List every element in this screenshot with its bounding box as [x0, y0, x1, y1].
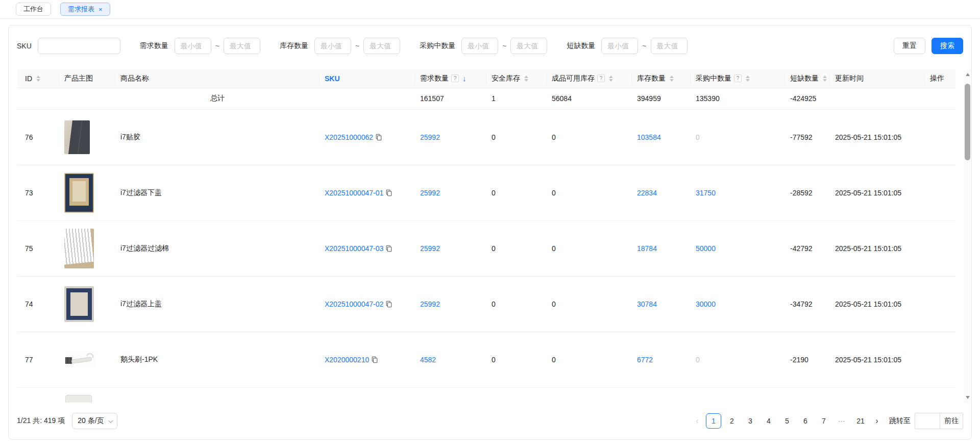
triangle-up-icon — [966, 73, 970, 76]
sort-desc-icon[interactable]: ↓ — [462, 74, 467, 83]
page-button-5[interactable]: 5 — [779, 413, 795, 429]
demand-qty-link[interactable]: 25992 — [420, 189, 440, 197]
purchasing-qty-max-input[interactable] — [510, 38, 547, 54]
stock-qty-link[interactable]: 30784 — [637, 300, 657, 308]
product-image[interactable] — [64, 352, 96, 367]
col-id[interactable]: ID — [17, 69, 59, 88]
product-image[interactable] — [64, 173, 94, 213]
col-finished-available[interactable]: 成品可用库存 ? — [547, 69, 632, 88]
stock-qty-link[interactable]: 103584 — [637, 133, 661, 141]
sort-icon[interactable] — [36, 76, 40, 82]
sort-icon[interactable] — [670, 76, 674, 82]
shortage-qty-label: 短缺数量 — [567, 41, 595, 51]
demand-qty-link[interactable]: 25992 — [420, 133, 440, 141]
copy-icon[interactable] — [385, 245, 393, 252]
table-row: 76 i7贴胶 X20251000062 25992 0 0 103584 0 … — [17, 109, 955, 165]
reset-button[interactable]: 重置 — [894, 38, 925, 54]
page-button-4[interactable]: 4 — [761, 413, 776, 429]
sku-link[interactable]: X20251000047-02 — [325, 300, 393, 308]
page-button-3[interactable]: 3 — [743, 413, 758, 429]
sort-icon[interactable] — [823, 76, 827, 82]
demand-qty-link[interactable]: 25992 — [420, 244, 440, 253]
col-product-image: 产品主图 — [59, 69, 115, 88]
purchasing-qty-link[interactable]: 50000 — [696, 244, 716, 253]
cell-product-name: i7过滤器上盖 — [115, 276, 320, 332]
copy-icon[interactable] — [385, 301, 393, 308]
filter-bar: SKU 需求数量 ~ 库存数量 ~ 采购中数量 ~ 短缺数量 ~ — [9, 26, 971, 69]
cell-shortage-qty: -28592 — [785, 165, 830, 220]
purchasing-qty-min-input[interactable] — [461, 38, 498, 54]
next-page-button[interactable]: › — [870, 413, 884, 429]
sku-link[interactable]: X20251000062 — [325, 133, 382, 141]
demand-qty-min-input[interactable] — [175, 38, 211, 54]
sort-icon[interactable] — [746, 76, 750, 82]
search-button[interactable]: 搜索 — [932, 38, 963, 54]
stock-qty-link[interactable]: 6772 — [637, 356, 653, 364]
stock-qty-min-input[interactable] — [314, 38, 351, 54]
close-icon[interactable]: × — [99, 6, 103, 13]
page-button-21[interactable]: 21 — [853, 413, 868, 429]
cell-product-name: 鹅头刷-1PK — [115, 332, 320, 387]
copy-icon[interactable] — [375, 134, 382, 141]
jump-input-group: 前往 — [915, 413, 963, 429]
help-icon[interactable]: ? — [597, 74, 605, 82]
tab-workbench[interactable]: 工作台 — [16, 3, 51, 16]
tab-demand-report[interactable]: 需求报表 × — [60, 3, 110, 16]
cell-safety-stock: 0 — [486, 220, 547, 276]
prev-page-button[interactable]: ‹ — [690, 413, 704, 429]
col-stock-qty[interactable]: 库存数量 — [632, 69, 691, 88]
col-shortage-qty[interactable]: 短缺数量 — [785, 69, 830, 88]
scroll-up-button[interactable] — [964, 70, 971, 79]
demand-qty-max-input[interactable] — [224, 38, 260, 54]
product-image[interactable] — [64, 286, 94, 322]
page-ellipsis[interactable]: ⋯ — [835, 413, 850, 429]
cell-shortage-qty: -2190 — [785, 332, 830, 387]
page-button-6[interactable]: 6 — [798, 413, 813, 429]
col-safety-stock[interactable]: 安全库存 — [486, 69, 547, 88]
sort-icon[interactable] — [609, 76, 613, 82]
shortage-qty-max-input[interactable] — [651, 38, 688, 54]
sku-input[interactable] — [38, 38, 120, 54]
purchasing-qty-label: 采购中数量 — [420, 41, 455, 51]
col-purchasing-qty[interactable]: 采购中数量 ? — [691, 69, 785, 88]
summary-label: 总计 — [115, 88, 320, 109]
stock-qty-max-input[interactable] — [363, 38, 400, 54]
summary-row: 总计 161507 1 56084 394959 135390 -424925 — [17, 88, 955, 109]
product-image[interactable] — [64, 120, 90, 154]
sku-label: SKU — [17, 42, 32, 50]
page-button-2[interactable]: 2 — [724, 413, 740, 429]
page-size-label: 20 条/页 — [78, 416, 104, 426]
stock-qty-link[interactable]: 18784 — [637, 244, 657, 253]
purchasing-qty-link[interactable]: 30000 — [696, 300, 716, 308]
demand-qty-link[interactable]: 4582 — [420, 356, 436, 364]
purchasing-qty-link[interactable]: 31750 — [696, 189, 716, 197]
summary-stock: 394959 — [632, 88, 691, 109]
jump-page-input[interactable] — [915, 413, 940, 429]
sort-icon[interactable] — [524, 76, 528, 82]
copy-icon[interactable] — [385, 189, 393, 196]
col-demand-qty[interactable]: 需求数量 ? ↓ — [415, 69, 486, 88]
demand-qty-link[interactable]: 25992 — [420, 300, 440, 308]
help-icon[interactable]: ? — [451, 74, 459, 82]
page-size-select[interactable]: 20 条/页 — [72, 413, 117, 429]
copy-icon[interactable] — [371, 356, 378, 363]
vertical-scrollbar[interactable] — [964, 69, 971, 403]
stock-qty-link[interactable]: 22834 — [637, 189, 657, 197]
go-button[interactable]: 前往 — [940, 413, 963, 429]
cell-finished-available: 0 — [547, 332, 632, 387]
cell-product-name: i7过滤器过滤棉 — [115, 220, 320, 276]
sku-link[interactable]: X20251000047-03 — [325, 244, 393, 253]
range-separator: ~ — [215, 42, 219, 50]
page-button-1[interactable]: 1 — [706, 413, 721, 429]
shortage-qty-min-input[interactable] — [601, 38, 638, 54]
scrollbar-thumb[interactable] — [965, 84, 970, 160]
sku-link[interactable]: X20251000047-01 — [325, 189, 393, 197]
cell-actions — [925, 109, 955, 165]
product-image[interactable] — [64, 229, 94, 268]
cell-finished-available: 0 — [547, 276, 632, 332]
product-image[interactable] — [64, 391, 94, 403]
scroll-down-button[interactable] — [964, 393, 971, 402]
help-icon[interactable]: ? — [734, 74, 742, 82]
sku-link[interactable]: X2020000210 — [325, 356, 378, 364]
page-button-7[interactable]: 7 — [816, 413, 831, 429]
